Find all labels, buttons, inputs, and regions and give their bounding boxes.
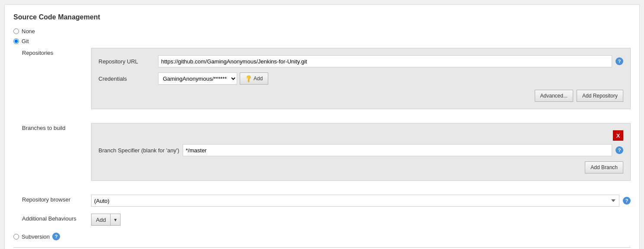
add-credentials-label: Add xyxy=(254,76,263,82)
repo-url-row: Repository URL ? xyxy=(98,55,623,67)
subversion-label[interactable]: Subversion xyxy=(22,233,50,240)
repo-url-label: Repository URL xyxy=(98,58,155,65)
page-container: Source Code Management None Git Reposito… xyxy=(4,4,640,249)
delete-branch-button[interactable]: X xyxy=(613,130,623,141)
add-behaviour-btn-group: Add ▼ xyxy=(91,214,121,226)
repo-browser-row: (Auto) ? xyxy=(91,195,631,207)
advanced-button[interactable]: Advanced... xyxy=(535,90,573,102)
add-behaviour-button[interactable]: Add xyxy=(91,214,110,226)
branch-specifier-label: Branch Specifier (blank for 'any') xyxy=(98,147,179,154)
add-branch-button[interactable]: Add Branch xyxy=(585,161,623,173)
branches-box-actions: Add Branch xyxy=(98,161,623,173)
radio-group-none: None xyxy=(13,28,631,35)
radio-subversion[interactable] xyxy=(13,234,19,240)
add-behaviour-arrow-button[interactable]: ▼ xyxy=(110,214,121,226)
divider-bottom xyxy=(13,247,631,248)
subversion-row: Subversion ? xyxy=(13,233,631,240)
add-repository-button[interactable]: Add Repository xyxy=(577,90,623,102)
git-section: Repositories Repository URL ? Credential… xyxy=(22,48,631,226)
credentials-controls: GamingAnonymous/****** 🔑 Add xyxy=(158,72,268,85)
subversion-help-icon[interactable]: ? xyxy=(52,233,60,240)
additional-behaviours-section: Additional Behaviours Add ▼ xyxy=(22,214,631,226)
add-credentials-button[interactable]: 🔑 Add xyxy=(240,72,268,85)
branches-section: Branches to build X Branch Specifier (bl… xyxy=(22,123,631,188)
repositories-label: Repositories xyxy=(22,48,91,56)
repo-url-input[interactable] xyxy=(158,55,612,67)
credentials-row: Credentials GamingAnonymous/****** 🔑 Add xyxy=(98,72,623,85)
repositories-section: Repositories Repository URL ? Credential… xyxy=(22,48,631,116)
repo-browser-label: Repository browser xyxy=(22,195,91,203)
branch-specifier-help-icon[interactable]: ? xyxy=(615,146,623,154)
repo-browser-section: Repository browser (Auto) ? xyxy=(22,195,631,207)
branches-content: X Branch Specifier (blank for 'any') ? A… xyxy=(91,123,631,188)
radio-git-label[interactable]: Git xyxy=(22,38,29,44)
radio-none[interactable] xyxy=(13,28,19,34)
branches-label: Branches to build xyxy=(22,123,91,131)
additional-behaviours-label: Additional Behaviours xyxy=(22,214,91,222)
key-icon: 🔑 xyxy=(244,74,253,83)
credentials-select[interactable]: GamingAnonymous/****** xyxy=(158,72,237,85)
repo-box: Repository URL ? Credentials GamingAnony… xyxy=(91,48,631,109)
credentials-label: Credentials xyxy=(98,76,155,82)
repo-url-help-icon[interactable]: ? xyxy=(615,57,623,65)
delete-btn-row: X xyxy=(98,130,623,141)
radio-git[interactable] xyxy=(13,38,19,44)
additional-behaviours-content: Add ▼ xyxy=(91,214,631,226)
branches-box: X Branch Specifier (blank for 'any') ? A… xyxy=(91,123,631,181)
repo-browser-select[interactable]: (Auto) xyxy=(91,195,619,207)
repo-browser-content: (Auto) ? xyxy=(91,195,631,207)
radio-group-git: Git xyxy=(13,38,631,44)
radio-none-label[interactable]: None xyxy=(22,28,35,35)
repo-box-actions: Advanced... Add Repository xyxy=(98,90,623,102)
repo-browser-help-icon[interactable]: ? xyxy=(623,197,631,205)
branch-specifier-row: Branch Specifier (blank for 'any') ? xyxy=(98,144,623,156)
branch-specifier-input[interactable] xyxy=(183,144,612,156)
page-title: Source Code Management xyxy=(13,13,631,21)
repositories-content: Repository URL ? Credentials GamingAnony… xyxy=(91,48,631,116)
